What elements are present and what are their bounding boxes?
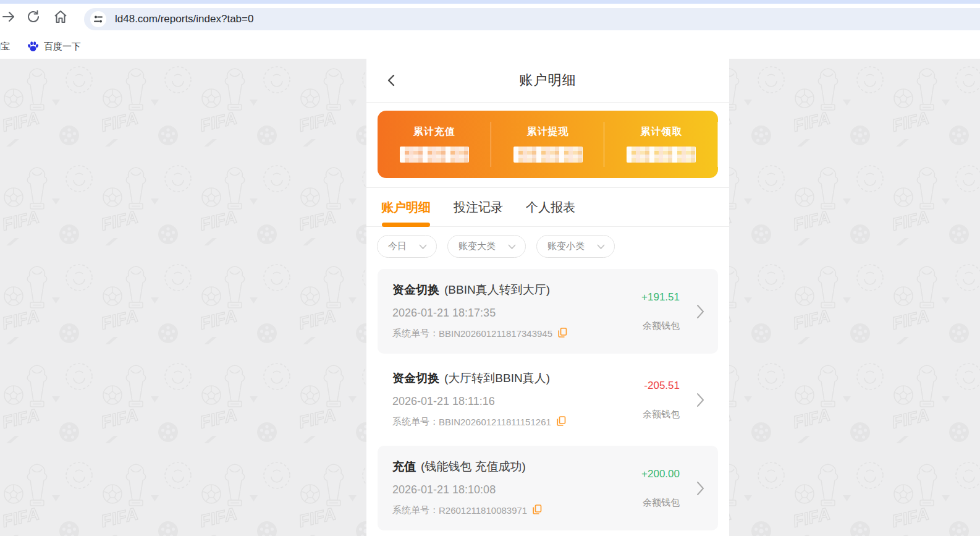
summary-column: 累计充值	[378, 111, 491, 178]
copy-icon[interactable]	[558, 328, 567, 339]
forward-arrow-icon[interactable]	[1, 9, 16, 24]
blurred-amount	[627, 147, 696, 163]
app-column: 账户明细 累计充值 累计提现 累计领取	[366, 59, 729, 536]
bookmark-label: 淘宝	[0, 41, 10, 53]
filter-label: 账变大类	[458, 240, 496, 252]
url-text[interactable]: ld48.com/reports/index?tab=0	[115, 8, 253, 30]
browser-toolbar: ld48.com/reports/index?tab=0	[0, 4, 980, 34]
chevron-down-icon	[419, 241, 427, 252]
record-type: 资金切换	[392, 372, 439, 385]
record-desc: (钱能钱包 充值成功)	[421, 460, 526, 473]
record-wallet: 余额钱包	[641, 497, 680, 509]
copy-icon[interactable]	[557, 416, 566, 428]
order-label: 系统单号：	[392, 504, 439, 516]
record-amount-block: -205.51 余额钱包	[643, 380, 680, 420]
record-wallet: 余额钱包	[643, 409, 680, 420]
baidu-paw-icon	[27, 41, 39, 53]
bookmark-baidu[interactable]: 百度一下	[27, 34, 81, 59]
order-number: BBIN202601211811151261	[439, 417, 551, 427]
bookmark-taobao[interactable]: 淘宝	[0, 34, 10, 59]
record-list: 资金切换(BBIN真人转到大厅) 2026-01-21 18:17:35 系统单…	[366, 265, 729, 530]
page-header: 账户明细	[366, 59, 729, 103]
filter-dropdown[interactable]: 账变大类	[447, 235, 526, 258]
record-amount: -205.51	[643, 380, 680, 392]
page-title: 账户明细	[520, 71, 577, 90]
blurred-amount	[513, 147, 583, 163]
record-type: 充值	[392, 460, 416, 473]
summary-card: 累计充值 累计提现 累计领取	[378, 111, 718, 178]
spacer	[366, 178, 729, 187]
record-row[interactable]: 充值(钱能钱包 充值成功) 2026-01-21 18:10:08 系统单号： …	[378, 446, 718, 530]
home-icon[interactable]	[53, 9, 68, 24]
order-label: 系统单号：	[392, 416, 439, 428]
filter-bar: 今日 账变大类 账变小类	[366, 227, 729, 265]
summary-label: 累计充值	[413, 125, 455, 138]
chevron-down-icon	[508, 241, 516, 252]
copy-icon[interactable]	[533, 504, 542, 516]
tab[interactable]: 账户明细	[381, 188, 431, 226]
site-settings-icon[interactable]	[90, 11, 106, 27]
record-amount: +191.51	[641, 291, 680, 304]
chevron-right-icon[interactable]	[696, 393, 704, 410]
filter-label: 账变小类	[547, 240, 585, 252]
order-number: R2601211810083971	[439, 505, 527, 516]
chevron-down-icon	[597, 241, 605, 252]
record-desc: (BBIN真人转到大厅)	[444, 283, 550, 296]
chevron-right-icon[interactable]	[696, 304, 704, 321]
order-number: BBIN202601211817343945	[439, 328, 552, 339]
bookmarks-bar: 淘宝 百度一下	[0, 34, 980, 59]
record-amount-block: +200.00 余额钱包	[641, 468, 680, 509]
record-amount-block: +191.51 余额钱包	[641, 291, 680, 332]
tab-bar: 账户明细 投注记录 个人报表	[366, 188, 729, 227]
reload-icon[interactable]	[26, 9, 41, 24]
order-label: 系统单号：	[392, 328, 439, 339]
back-button chevron-left-icon[interactable]	[385, 74, 399, 87]
record-amount: +200.00	[641, 468, 680, 480]
summary-label: 累计领取	[640, 125, 682, 138]
summary-label: 累计提现	[527, 125, 569, 138]
summary-column: 累计领取	[604, 111, 718, 178]
tab[interactable]: 投注记录	[454, 188, 503, 226]
record-wallet: 余额钱包	[641, 320, 680, 332]
chevron-right-icon[interactable]	[696, 481, 704, 498]
record-row[interactable]: 资金切换(BBIN真人转到大厅) 2026-01-21 18:17:35 系统单…	[378, 269, 718, 354]
tab[interactable]: 个人报表	[526, 188, 575, 226]
page-background: FIFA	[0, 59, 980, 536]
filter-dropdown[interactable]: 今日	[377, 235, 437, 258]
record-desc: (大厅转到BBIN真人)	[444, 372, 550, 385]
bookmark-label: 百度一下	[44, 41, 81, 53]
record-type: 资金切换	[392, 283, 439, 296]
blurred-amount	[400, 147, 469, 163]
record-row[interactable]: 资金切换(大厅转到BBIN真人) 2026-01-21 18:11:16 系统单…	[378, 357, 718, 442]
url-bar[interactable]: ld48.com/reports/index?tab=0	[84, 8, 980, 30]
summary-column: 累计提现	[491, 111, 605, 178]
filter-dropdown[interactable]: 账变小类	[536, 235, 615, 258]
filter-label: 今日	[388, 240, 407, 252]
